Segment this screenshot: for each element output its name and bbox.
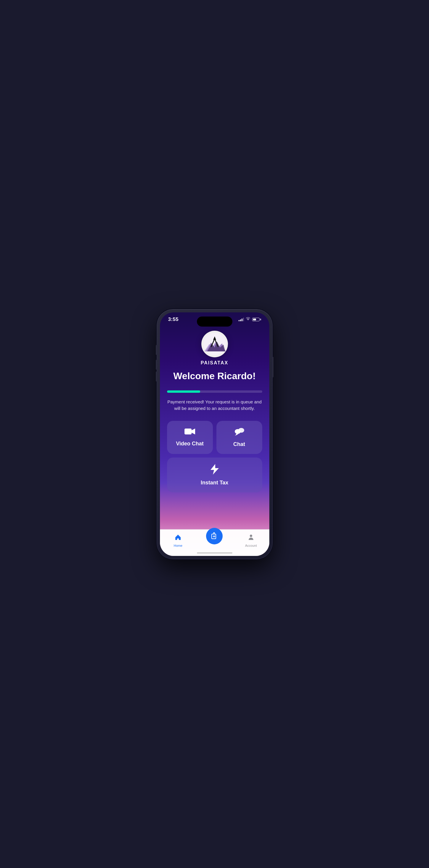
home-bar: [197, 552, 233, 554]
account-tab-label: Account: [245, 544, 257, 547]
app-name: PAISATAX: [201, 360, 228, 366]
phone-screen: 3:55: [160, 312, 269, 556]
status-icons: [239, 317, 261, 321]
svg-point-8: [238, 428, 244, 433]
status-message: Payment received! Your request is in que…: [167, 399, 262, 412]
instant-tax-label: Instant Tax: [201, 480, 228, 486]
chat-label: Chat: [233, 441, 245, 447]
status-time: 3:55: [168, 316, 179, 322]
chat-icon: [234, 427, 244, 438]
video-chat-icon: [184, 427, 195, 438]
instant-tax-button[interactable]: Instant Tax: [167, 458, 262, 492]
svg-rect-5: [184, 429, 192, 434]
account-icon: [247, 534, 254, 542]
video-chat-label: Video Chat: [176, 441, 204, 447]
home-tab-label: Home: [174, 544, 182, 547]
home-icon: [175, 534, 182, 542]
svg-marker-6: [192, 429, 195, 434]
tab-home[interactable]: Home: [160, 534, 196, 547]
svg-marker-9: [211, 464, 219, 475]
tab-bar: Home Account: [160, 529, 269, 556]
signal-icon: [239, 318, 244, 321]
tab-account[interactable]: Account: [233, 534, 269, 547]
upload-button[interactable]: [206, 528, 223, 545]
progress-fill: [167, 391, 201, 393]
dynamic-island: [197, 316, 233, 327]
actions-grid: Video Chat Chat: [167, 421, 262, 454]
main-content: PAISATAX Welcome Ricardo! Payment receiv…: [160, 325, 269, 492]
progress-bar: [167, 391, 262, 393]
wifi-icon: [246, 317, 250, 321]
app-logo: [201, 331, 228, 357]
progress-container: [167, 391, 262, 393]
svg-point-11: [250, 535, 252, 537]
instant-tax-icon: [211, 464, 219, 477]
app-logo-container: PAISATAX: [201, 331, 228, 366]
video-chat-button[interactable]: Video Chat: [167, 421, 213, 454]
tab-upload[interactable]: [196, 528, 233, 545]
chat-button[interactable]: Chat: [216, 421, 262, 454]
welcome-heading: Welcome Ricardo!: [173, 370, 256, 381]
phone-frame: 3:55: [157, 309, 272, 559]
battery-icon: [252, 318, 261, 321]
